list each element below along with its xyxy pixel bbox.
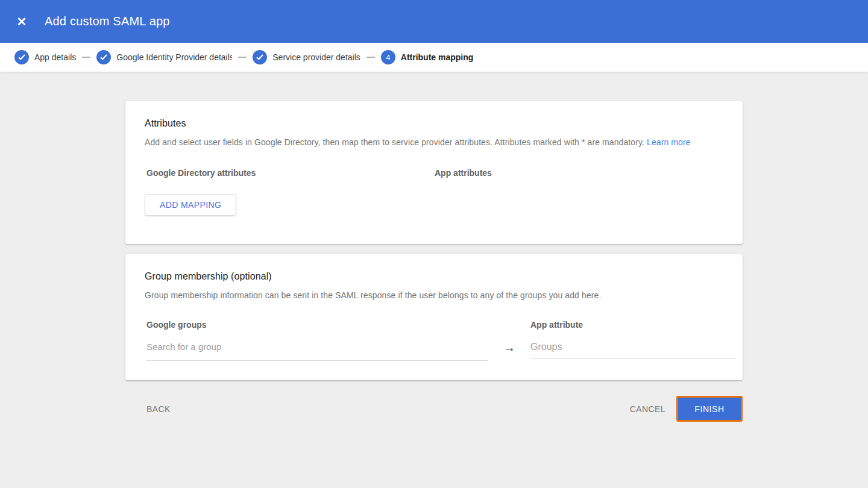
check-icon: [253, 50, 267, 64]
step-connector: [82, 57, 90, 58]
step-connector: [366, 57, 375, 58]
step-app-details[interactable]: App details: [14, 50, 76, 64]
app-attribute-field: [530, 338, 735, 359]
attributes-column-headers: Google Directory attributes App attribut…: [145, 168, 723, 178]
attributes-card: Attributes Add and select user fields in…: [125, 101, 743, 244]
close-icon[interactable]: ✕: [14, 14, 29, 29]
step-service-provider-details[interactable]: Service provider details: [253, 50, 360, 64]
step-label: Attribute mapping: [401, 52, 474, 62]
dialog-header: ✕ Add custom SAML app: [0, 0, 868, 43]
app-attributes-header: App attributes: [435, 168, 492, 178]
group-field-labels: Google groups App attribute: [145, 320, 735, 330]
google-directory-attributes-header: Google Directory attributes: [146, 168, 435, 178]
learn-more-link[interactable]: Learn more: [647, 137, 691, 147]
attributes-description-text: Add and select user fields in Google Dir…: [145, 137, 644, 147]
cancel-button[interactable]: CANCEL: [625, 398, 670, 420]
add-mapping-button[interactable]: ADD MAPPING: [145, 194, 236, 216]
finish-button[interactable]: FINISH: [676, 396, 743, 422]
step-google-idp-details[interactable]: Google Identity Provider details: [96, 50, 232, 64]
step-connector: [238, 57, 247, 58]
group-mapping-row: →: [145, 338, 735, 361]
group-card-description: Group membership information can be sent…: [145, 290, 723, 300]
step-number-badge: 4: [381, 50, 395, 64]
main-content: Attributes Add and select user fields in…: [0, 72, 868, 422]
wizard-footer: BACK CANCEL FINISH: [125, 396, 743, 422]
attributes-card-title: Attributes: [145, 118, 723, 129]
step-label: Google Identity Provider details: [116, 52, 232, 62]
step-number: 4: [386, 53, 390, 62]
google-groups-label: Google groups: [146, 320, 530, 330]
step-attribute-mapping[interactable]: 4 Attribute mapping: [381, 50, 474, 64]
wizard-stepper: App details Google Identity Provider det…: [0, 43, 868, 72]
group-membership-card: Group membership (optional) Group member…: [125, 254, 743, 380]
mapping-arrow-icon: →: [488, 338, 530, 355]
attributes-card-description: Add and select user fields in Google Dir…: [145, 137, 723, 147]
app-attribute-label: App attribute: [530, 320, 583, 330]
check-icon: [96, 50, 111, 64]
back-button[interactable]: BACK: [142, 398, 175, 420]
group-search-input[interactable]: [146, 338, 488, 361]
step-label: App details: [34, 52, 76, 62]
app-attribute-input[interactable]: [530, 338, 735, 359]
dialog-title: Add custom SAML app: [45, 14, 170, 28]
group-card-title: Group membership (optional): [145, 271, 723, 282]
google-groups-field: [146, 338, 488, 361]
step-label: Service provider details: [272, 52, 360, 62]
check-icon: [14, 50, 29, 64]
